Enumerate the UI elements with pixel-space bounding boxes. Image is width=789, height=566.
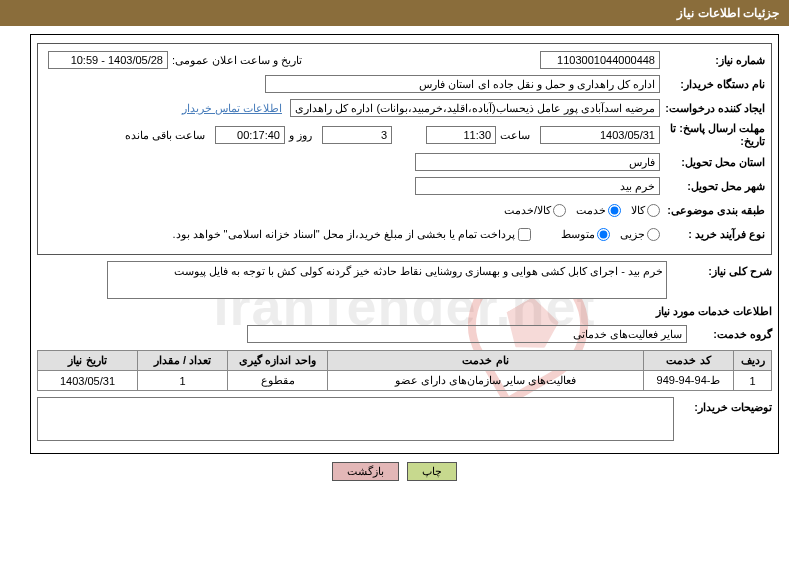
buyer-notes-label: توضیحات خریدار: xyxy=(674,397,772,414)
th-name: نام خدمت xyxy=(328,351,644,371)
radio-goods[interactable] xyxy=(647,204,660,217)
page-title: جزئیات اطلاعات نیاز xyxy=(0,0,789,26)
province-field: فارس xyxy=(415,153,660,171)
th-qty: تعداد / مقدار xyxy=(138,351,228,371)
radio-medium-label: متوسط xyxy=(561,228,595,241)
th-unit: واحد اندازه گیری xyxy=(228,351,328,371)
button-bar: چاپ بازگشت xyxy=(0,462,789,481)
buyer-notes-textarea[interactable] xyxy=(37,397,674,441)
th-code: کد خدمت xyxy=(644,351,734,371)
cell-date: 1403/05/31 xyxy=(38,371,138,391)
cell-qty: 1 xyxy=(138,371,228,391)
radio-goods-service[interactable] xyxy=(553,204,566,217)
buyer-name-field: اداره کل راهداری و حمل و نقل جاده ای است… xyxy=(265,75,660,93)
th-date: تاریخ نیاز xyxy=(38,351,138,371)
radio-service-label: خدمت xyxy=(576,204,606,217)
category-label: طبقه بندی موضوعی: xyxy=(660,204,765,217)
days-remaining-field: 3 xyxy=(322,126,392,144)
deadline-date-field: 1403/05/31 xyxy=(540,126,660,144)
province-label: استان محل تحویل: xyxy=(660,156,765,169)
city-field: خرم بید xyxy=(415,177,660,195)
city-label: شهر محل تحویل: xyxy=(660,180,765,193)
radio-partial[interactable] xyxy=(647,228,660,241)
radio-service[interactable] xyxy=(608,204,621,217)
process-label: نوع فرآیند خرید : xyxy=(660,228,765,241)
buyer-contact-link[interactable]: اطلاعات تماس خریدار xyxy=(182,102,282,115)
description-label: شرح کلی نیاز: xyxy=(667,261,772,278)
need-number-label: شماره نیاز: xyxy=(660,54,765,67)
description-textarea[interactable]: خرم بید - اجرای کابل کشی هوایی و بهسازی … xyxy=(107,261,667,299)
buyer-label: نام دستگاه خریدار: xyxy=(660,78,765,91)
radio-partial-label: جزیی xyxy=(620,228,645,241)
need-number-field: 1103001044000448 xyxy=(540,51,660,69)
group-label: گروه خدمت: xyxy=(687,328,772,341)
cell-code: ط-94-94-949 xyxy=(644,371,734,391)
requester-label: ایجاد کننده درخواست: xyxy=(660,102,765,115)
th-radif: ردیف xyxy=(734,351,772,371)
group-field: سایر فعالیت‌های خدماتی xyxy=(247,325,687,343)
remaining-label: ساعت باقی مانده xyxy=(125,129,205,142)
announce-label: تاریخ و ساعت اعلان عمومی: xyxy=(172,54,302,67)
services-section-title: اطلاعات خدمات مورد نیاز xyxy=(37,305,772,318)
radio-goods-label: کالا xyxy=(631,204,645,217)
radio-medium[interactable] xyxy=(597,228,610,241)
radio-goods-service-label: کالا/خدمت xyxy=(504,204,551,217)
services-table: ردیف کد خدمت نام خدمت واحد اندازه گیری ت… xyxy=(37,350,772,391)
treasury-checkbox[interactable] xyxy=(518,228,531,241)
print-button[interactable]: چاپ xyxy=(407,462,457,481)
table-row: 1 ط-94-94-949 فعالیت‌های سایر سازمان‌های… xyxy=(38,371,772,391)
deadline-time-field: 11:30 xyxy=(426,126,496,144)
cell-unit: مقطوع xyxy=(228,371,328,391)
cell-name: فعالیت‌های سایر سازمان‌های دارای عضو xyxy=(328,371,644,391)
requester-field: مرضیه اسدآبادی پور عامل ذیحساب(آباده،اقل… xyxy=(290,99,660,117)
days-label: روز و xyxy=(289,129,312,142)
deadline-label: مهلت ارسال پاسخ: تاتاریخ: xyxy=(660,122,765,148)
announce-date-field: 1403/05/28 - 10:59 xyxy=(48,51,168,69)
treasury-note: پرداخت تمام یا بخشی از مبلغ خرید،از محل … xyxy=(172,228,515,241)
cell-radif: 1 xyxy=(734,371,772,391)
hms-remaining-field: 00:17:40 xyxy=(215,126,285,144)
main-container: IranTender.net شماره نیاز: 1103001044000… xyxy=(30,34,779,454)
back-button[interactable]: بازگشت xyxy=(332,462,399,481)
time-label: ساعت xyxy=(500,129,530,142)
basic-info-box: شماره نیاز: 1103001044000448 تاریخ و ساع… xyxy=(37,43,772,255)
